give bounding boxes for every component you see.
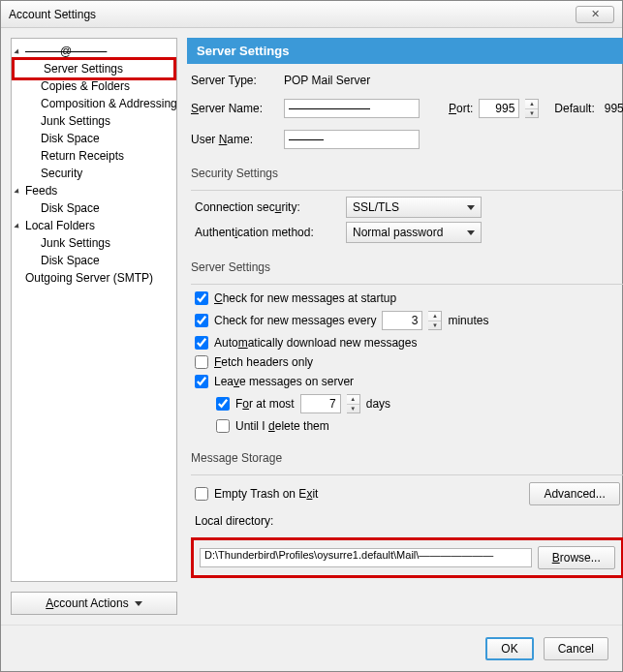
leave-server-checkbox[interactable]: [195, 375, 208, 388]
tree-item-feeds-disk[interactable]: Disk Space: [12, 199, 176, 217]
row-server-name: Server Name: Port: ▲▼ Default: 995: [187, 97, 623, 120]
spin-down-icon[interactable]: ▼: [347, 405, 359, 413]
highlight-server-settings: Server Settings: [12, 57, 176, 80]
row-server-type: Server Type: POP Mail Server: [187, 72, 623, 89]
until-delete-checkbox[interactable]: [216, 419, 230, 433]
check-startup-label: Check for new messages at startup: [214, 291, 396, 305]
close-button[interactable]: ✕: [576, 6, 614, 23]
check-every-label-pre: Check for new messages every: [214, 314, 376, 327]
check-every-input[interactable]: [382, 311, 422, 330]
main-panel: Server Settings Server Type: POP Mail Se…: [187, 38, 623, 615]
account-actions-label: Account Actions: [46, 596, 128, 610]
security-group-title: Security Settings: [187, 159, 623, 182]
chevron-down-icon: [135, 601, 142, 606]
port-spinner[interactable]: ▲▼: [525, 99, 539, 118]
port-input[interactable]: [479, 99, 519, 118]
check-every-spinner[interactable]: ▲▼: [428, 311, 442, 330]
tree-item-local-junk[interactable]: Junk Settings: [12, 234, 176, 252]
conn-security-label: Connection security:: [195, 200, 340, 214]
account-settings-window: Account Settings ✕ ———@——— Server Settin…: [0, 0, 623, 672]
chevron-down-icon: [467, 205, 475, 210]
storage-group-title: Message Storage: [187, 443, 623, 467]
server-name-input[interactable]: [284, 99, 420, 118]
fetch-headers-checkbox[interactable]: [195, 355, 208, 369]
chevron-down-icon: [467, 230, 475, 235]
port-default-label: Default:: [554, 102, 594, 115]
advanced-button[interactable]: Advanced...: [529, 482, 619, 505]
tree-item-security[interactable]: Security: [12, 165, 176, 182]
ok-button[interactable]: OK: [485, 637, 533, 660]
cancel-button[interactable]: Cancel: [544, 637, 608, 660]
auth-method-select[interactable]: Normal password: [346, 222, 482, 243]
user-name-input[interactable]: [284, 130, 420, 149]
conn-security-value: SSL/TLS: [353, 200, 399, 214]
empty-trash-checkbox[interactable]: [195, 487, 208, 501]
check-every-label-post: minutes: [448, 314, 488, 327]
dialog-footer: OK Cancel: [1, 625, 622, 671]
tree-item-smtp[interactable]: Outgoing Server (SMTP): [12, 269, 176, 287]
highlight-local-directory: D:\Thunderbird\Profiles\oysurre1.default…: [191, 537, 623, 578]
storage-group: Empty Trash on Exit Advanced... Local di…: [191, 474, 623, 528]
tree-item-junk[interactable]: Junk Settings: [12, 112, 176, 130]
tree-item-disk-space-1[interactable]: Disk Space: [12, 130, 176, 147]
user-name-label: User Name:: [191, 133, 278, 146]
auth-method-value: Normal password: [353, 226, 443, 239]
port-label: Port:: [449, 102, 473, 115]
sidebar: ———@——— Server Settings Copies & Folders…: [11, 38, 177, 615]
check-every-checkbox[interactable]: [195, 314, 208, 327]
titlebar: Account Settings ✕: [1, 1, 622, 28]
local-dir-input[interactable]: D:\Thunderbird\Profiles\oysurre1.default…: [200, 548, 532, 567]
spin-down-icon[interactable]: ▼: [525, 109, 538, 118]
at-most-input[interactable]: [300, 394, 341, 413]
at-most-checkbox[interactable]: [216, 397, 230, 411]
conn-security-select[interactable]: SSL/TLS: [346, 197, 482, 218]
server-group-title: Server Settings: [187, 253, 623, 276]
fetch-headers-label: Fetch headers only: [214, 355, 313, 369]
auto-download-checkbox[interactable]: [195, 336, 208, 350]
window-title: Account Settings: [9, 8, 96, 21]
dialog-body: ———@——— Server Settings Copies & Folders…: [1, 28, 622, 625]
at-most-label-pre: For at most: [235, 397, 295, 411]
tree-item-server-settings[interactable]: Server Settings: [15, 60, 173, 77]
row-user-name: User Name:: [187, 128, 623, 151]
spin-up-icon[interactable]: ▲: [525, 100, 538, 109]
tree-local-folders[interactable]: Local Folders: [12, 217, 176, 234]
port-default-value: 995: [605, 102, 623, 115]
tree-item-return-receipts[interactable]: Return Receipts: [12, 147, 176, 165]
tree-item-local-disk[interactable]: Disk Space: [12, 252, 176, 269]
server-name-label: Server Name:: [191, 102, 278, 115]
server-type-value: POP Mail Server: [284, 74, 370, 87]
account-actions-button[interactable]: Account Actions: [11, 592, 177, 615]
tree-item-composition[interactable]: Composition & Addressing: [12, 95, 176, 112]
check-startup-checkbox[interactable]: [195, 291, 208, 305]
security-group: Connection security: SSL/TLS Authenticat…: [191, 190, 623, 245]
at-most-spinner[interactable]: ▲▼: [347, 394, 360, 413]
account-tree: ———@——— Server Settings Copies & Folders…: [11, 38, 177, 582]
at-most-label-post: days: [366, 397, 390, 411]
leave-server-label: Leave messages on server: [214, 375, 354, 388]
spin-down-icon[interactable]: ▼: [428, 321, 441, 330]
server-group: Check for new messages at startup Check …: [191, 284, 623, 436]
auto-download-label: Automatically download new messages: [214, 336, 417, 350]
local-dir-label: Local directory:: [191, 508, 623, 528]
server-type-label: Server Type:: [191, 74, 278, 87]
auth-method-label: Authentication method:: [195, 226, 340, 239]
spin-up-icon[interactable]: ▲: [428, 312, 441, 321]
until-delete-label: Until I delete them: [235, 419, 329, 433]
browse-button[interactable]: Browse...: [538, 546, 615, 569]
tree-feeds[interactable]: Feeds: [12, 182, 176, 199]
spin-up-icon[interactable]: ▲: [347, 395, 359, 405]
empty-trash-label: Empty Trash on Exit: [214, 487, 318, 501]
panel-title: Server Settings: [187, 38, 623, 64]
close-icon: ✕: [591, 8, 600, 20]
